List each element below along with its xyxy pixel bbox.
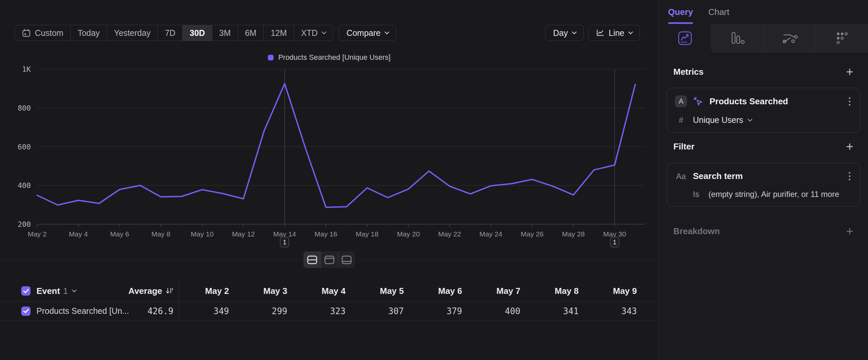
line-chart-icon [596,29,605,37]
retention-icon [834,30,850,46]
table-date-header[interactable]: May 9 [587,286,645,296]
check-icon [23,289,29,293]
chevron-down-icon [628,30,633,34]
calendar-icon [22,29,31,37]
range-label: 12M [271,28,287,38]
table-date-header[interactable]: May 8 [529,286,587,296]
range-label: 6M [245,28,257,38]
granularity-button[interactable]: Day [546,25,583,41]
tab-flows[interactable] [763,24,816,53]
svg-text:1K: 1K [22,65,31,74]
event-count: 1 [63,286,68,296]
tab-insights[interactable] [659,24,711,53]
table-date-header[interactable]: May 4 [296,286,354,296]
row-checkbox[interactable] [21,307,31,316]
filter-menu-icon[interactable] [847,171,852,182]
query-panel-tabs: Query Chart [659,0,868,24]
range-button-xtd[interactable]: XTD [294,25,333,40]
table-date-header[interactable]: May 5 [354,286,412,296]
annotation-badge[interactable]: 1 [280,237,289,247]
svg-text:May 26: May 26 [521,230,544,238]
compare-label: Compare [346,28,381,38]
svg-text:May 28: May 28 [562,230,585,238]
chevron-down-icon [572,30,577,34]
breakdown-title: Breakdown [673,226,720,237]
svg-text:400: 400 [18,181,31,190]
range-button-custom[interactable]: Custom [15,25,70,40]
table-date-header[interactable]: May 2 [179,286,238,296]
layout-toggle [303,251,355,268]
line-chart[interactable]: 1K800600400200May 2May 4May 6May 8May 10… [0,63,658,249]
table-date-header[interactable]: May 6 [412,286,470,296]
table-header-row: Event 1 Average May 2May 3May 4May 5May … [0,281,658,302]
chart-only-icon [324,255,335,265]
range-button-7d[interactable]: 7D [157,25,182,40]
average-header[interactable]: Average [128,286,174,296]
filter-card[interactable]: Aa Search term Is (empty string), Air pu… [667,163,860,206]
chevron-down-icon [384,30,389,34]
table-header-left: Event 1 Average [0,281,179,301]
table-only-icon [341,255,352,265]
table-date-header[interactable]: May 7 [470,286,529,296]
range-button-6m[interactable]: 6M [238,25,264,40]
toolbar-right: Day Line [546,25,640,41]
table-date-header[interactable]: May 3 [238,286,296,296]
metric-letter-badge: A [675,95,687,107]
funnels-icon [729,30,745,46]
table-row-left: Products Searched [Un... 426.9 [0,302,179,321]
range-button-30d[interactable]: 30D [182,25,212,40]
layout-chart-only-button[interactable] [320,251,338,268]
report-panel: CustomTodayYesterday7D30D3M6M12MXTD Comp… [0,0,658,360]
tab-funnels[interactable] [711,24,763,53]
table-cell-value: 400 [470,306,529,316]
filter-property-name: Search term [693,171,743,181]
annotation-badge[interactable]: 1 [610,237,619,247]
select-all-checkbox[interactable] [21,286,31,296]
add-metric-icon[interactable]: + [846,66,854,78]
legend-swatch [268,55,274,60]
chart-table-divider [0,259,658,260]
range-button-today[interactable]: Today [70,25,107,40]
chart-type-button[interactable]: Line [588,25,640,41]
chart-type-label: Line [609,28,624,38]
range-button-3m[interactable]: 3M [212,25,238,40]
tab-chart[interactable]: Chart [708,0,730,24]
svg-text:May 18: May 18 [356,230,379,238]
event-cursor-icon [692,95,704,107]
flows-icon [781,30,798,46]
granularity-label: Day [553,28,568,38]
tab-query-label: Query [668,7,693,17]
measure-prefix: # [675,116,687,125]
tab-query[interactable]: Query [668,0,693,24]
svg-text:600: 600 [18,143,31,151]
svg-text:May 6: May 6 [110,230,129,238]
add-breakdown-icon[interactable]: + [846,225,854,237]
metric-name: Products Searched [710,96,788,107]
svg-text:May 4: May 4 [69,230,88,238]
filter-value[interactable]: (empty string), Air purifier, or 11 more [709,190,839,199]
string-property-icon: Aa [675,172,687,181]
filter-operator[interactable]: Is [693,190,699,199]
measure-selector[interactable]: Unique Users [693,115,752,125]
chevron-down-icon[interactable] [72,287,76,292]
range-label: Custom [35,28,63,38]
metric-menu-icon[interactable] [847,96,852,107]
layout-table-only-button[interactable] [338,251,355,268]
table-date-headers: May 2May 3May 4May 5May 6May 7May 8May 9 [179,281,645,301]
range-label: Today [78,28,100,38]
breakdown-section-header: Breakdown + [659,225,868,237]
layout-split-view-button[interactable] [303,251,320,268]
metric-card-row: A Products Searched [675,95,852,107]
split-view-icon [307,255,317,265]
range-button-12m[interactable]: 12M [263,25,294,40]
add-filter-icon[interactable]: + [846,140,854,153]
metric-card[interactable]: A Products Searched # Unique Users [667,88,860,133]
date-toolbar: CustomTodayYesterday7D30D3M6M12MXTD Comp… [14,25,640,41]
tab-retention[interactable] [816,24,868,53]
chart-canvas: 1K800600400200May 2May 4May 6May 8May 10… [0,63,658,249]
range-button-yesterday[interactable]: Yesterday [107,25,157,40]
compare-button[interactable]: Compare [339,25,396,41]
row-series-label: Products Searched [Un... [36,306,129,316]
table-row[interactable]: Products Searched [Un... 426.9 349299323… [0,302,658,321]
filter-title: Filter [673,141,694,152]
